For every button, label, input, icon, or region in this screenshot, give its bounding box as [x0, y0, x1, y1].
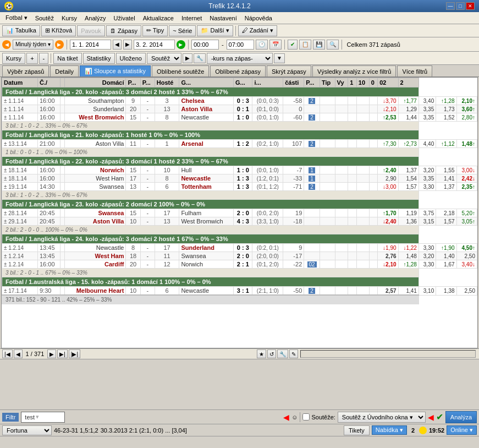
page-refresh[interactable]: ↺ [267, 349, 276, 358]
tikety-button[interactable]: Tikety [344, 425, 370, 435]
match-row[interactable]: ± 19.1.1414:30Swansea13-6Tottenham1 : 3(… [2, 183, 477, 191]
online-button[interactable]: Online ▾ [447, 425, 477, 435]
odd-0[interactable]: 3,30 [419, 183, 436, 191]
odd-1[interactable]: ↑2,40 [378, 166, 398, 174]
match-row[interactable]: ± 28.1.1420:45Swansea15-17Fulham2 : 0(0:… [2, 209, 477, 217]
odd-10[interactable]: 1,44 [398, 113, 419, 122]
souteze-checkbox[interactable] [302, 413, 310, 420]
match-row[interactable]: ± 29.1.1420:45Aston Villa10-13West Bromw… [2, 217, 477, 226]
souteze-select[interactable]: Soutěž z Úvodního okna ▾ [338, 412, 426, 423]
odd-02[interactable]: ↑1,90 [436, 244, 456, 252]
zadani-button[interactable]: 🖊 Zadání ▾ [238, 25, 277, 36]
odd-10[interactable]: ↑1,28 [398, 260, 419, 269]
odd-2[interactable]: 4,50↑ [456, 244, 477, 252]
check-green[interactable]: ✔ [288, 40, 298, 50]
odd-02[interactable]: 1,57 [436, 217, 456, 226]
time-from-input[interactable] [191, 40, 219, 50]
odd-10[interactable]: 1,48 [398, 252, 419, 260]
odd-2[interactable]: 2,50 [456, 287, 477, 296]
menu-soutez[interactable]: Soutěž [32, 14, 57, 23]
match-row[interactable]: ± 18.1.1416:00Norwich15-10Hull1 : 0(0:0,… [2, 166, 477, 174]
kurs-select[interactable]: -kurs na zápas- [207, 53, 273, 64]
odd-0[interactable]: 3,30 [419, 244, 436, 252]
soutez-filter-btn[interactable]: 🔧 [194, 53, 206, 63]
menu-napoveda[interactable]: Nápověda [241, 14, 276, 23]
odd-2[interactable]: 1,48↑ [456, 140, 477, 148]
odd-10[interactable]: 1,29 [398, 105, 419, 113]
fortuna-select[interactable]: Fortuna [2, 425, 52, 435]
tab-skryt[interactable]: Skrýt zápasy [267, 65, 311, 77]
odd-10[interactable]: ↓1,22 [398, 244, 419, 252]
odd-2[interactable]: 3,40↓ [456, 260, 477, 269]
odd-2[interactable]: 2,80↑ [456, 113, 477, 122]
copy-button[interactable]: 📋 [299, 40, 311, 50]
tab-oblibene-zapasy[interactable]: Oblíbené zápasy [210, 65, 266, 77]
odd-10[interactable]: 1,57 [398, 183, 419, 191]
page-prev[interactable]: ◀ [14, 349, 23, 358]
odd-1[interactable]: ↓3,70 [378, 97, 398, 105]
tab-oblibene-souteze[interactable]: Oblíbené soutěže [152, 65, 209, 77]
menu-aktualizace[interactable]: Aktualizace [140, 14, 177, 23]
odd-02[interactable]: 1,67 [436, 260, 456, 269]
page-edit[interactable]: ✎ [289, 349, 298, 358]
odd-1[interactable]: ↓2,40 [378, 217, 398, 226]
odd-02[interactable]: 1,40 [436, 252, 456, 260]
filter-dropdown-icon[interactable]: ▾ [36, 413, 39, 420]
odd-02[interactable]: ↑1,12 [436, 140, 456, 148]
serie-button[interactable]: ~ Série [169, 25, 196, 36]
menu-internet[interactable]: Internet [178, 14, 205, 23]
menu-kursy[interactable]: Kursy [58, 14, 80, 23]
soutez-select[interactable]: Soutěž [147, 53, 181, 64]
match-row[interactable]: ± 1.1.1416:00Sunderland20-13Aston Villa0… [2, 105, 477, 113]
dalsi-button[interactable]: 📁 Další ▾ [197, 25, 233, 36]
odd-02[interactable]: 1,73 [436, 105, 456, 113]
time-to-input[interactable] [227, 40, 254, 50]
odd-2[interactable]: 2,35↑ [456, 183, 477, 191]
odd-1[interactable]: ↑2,53 [378, 113, 398, 122]
page-tools[interactable]: 🔧 [277, 349, 288, 358]
minuly-tyden-button[interactable]: Minulý týden ▾ [13, 40, 53, 50]
odd-1[interactable]: 2,76 [378, 252, 398, 260]
tab-vysledky[interactable]: Výsledky analýz z více filtrů [312, 65, 397, 77]
page-next[interactable]: ▶ [47, 349, 56, 358]
kurs-go-btn[interactable]: ▼ [274, 53, 285, 63]
nabidka-button[interactable]: Nabídka ▾ [372, 425, 407, 435]
odd-1[interactable]: 2,90 [378, 174, 398, 183]
odd-02[interactable]: 1,37 [436, 183, 456, 191]
menu-analyzy[interactable]: Analýzy [81, 14, 109, 23]
odd-10[interactable]: 1,36 [398, 217, 419, 226]
match-row[interactable]: ± 17.1.149:30Melbourne Heart10-6Newcastl… [2, 287, 477, 296]
refresh-icon[interactable]: ▶ [177, 40, 185, 49]
odd-1[interactable]: ↑7,30 [378, 140, 398, 148]
date-to-input[interactable] [134, 40, 175, 50]
na-tiket-btn[interactable]: Na tiket [53, 53, 81, 64]
odd-02[interactable]: 1,55 [436, 166, 456, 174]
odd-0[interactable]: 3,35 [419, 105, 436, 113]
page-last[interactable]: ▶| [57, 349, 68, 358]
minus-btn[interactable]: - [39, 53, 49, 64]
odd-10[interactable]: ↑2,73 [398, 140, 419, 148]
odd-02[interactable]: 1,41 [436, 174, 456, 183]
odd-1[interactable]: ↑1,70 [378, 209, 398, 217]
odd-0[interactable]: 3,75 [419, 209, 436, 217]
match-row[interactable]: ± 13.1.1421:00Aston Villa11-1Arsenal1 : … [2, 140, 477, 148]
zapasy-button[interactable]: 🗓 Zápasy [106, 25, 141, 36]
red-arrow-left[interactable]: ◀ [283, 413, 289, 422]
odd-02[interactable]: ↑1,28 [436, 97, 456, 105]
odd-1[interactable]: ↓1,90 [378, 244, 398, 252]
page-first[interactable]: |◀ [2, 349, 13, 358]
search-button[interactable]: 🔍 [327, 40, 339, 50]
odd-2[interactable]: 3,60↑ [456, 105, 477, 113]
odd-02[interactable]: 1,38 [436, 287, 456, 296]
date-from-input[interactable] [70, 40, 111, 50]
page-jump[interactable]: |▶| [69, 349, 80, 358]
match-row[interactable]: ± 1.1.1416:00Southampton9-3Chelsea0 : 3(… [2, 97, 477, 105]
match-row[interactable]: ± 1.1.1416:00West Bromwich15-8Newcastle1… [2, 113, 477, 122]
back-nav-icon[interactable]: ◀ [2, 40, 11, 49]
tab-sloupce[interactable]: 📊 Sloupce a statistiky [80, 65, 151, 77]
match-row[interactable]: ± 1.2.1413:45West Ham18-11Swansea2 : 0(2… [2, 252, 477, 260]
odd-1[interactable]: 2,57 [378, 287, 398, 296]
soutez-go-btn[interactable]: ▶ [183, 53, 192, 63]
statistiky-btn[interactable]: Statistiky [83, 53, 115, 64]
red-arrow-right[interactable]: ◀ [428, 413, 434, 422]
